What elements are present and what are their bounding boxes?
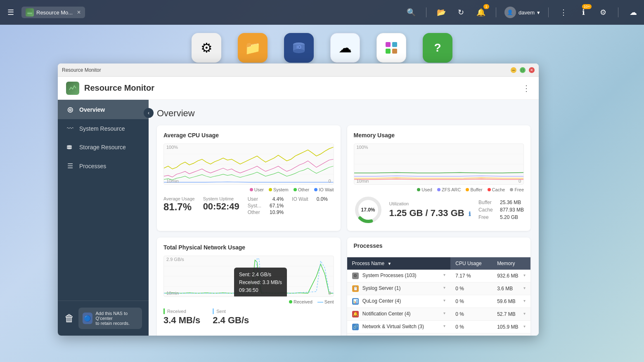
mem-expand-icon[interactable]: ▾	[523, 324, 526, 329]
bell-icon[interactable]: 🔔 1	[474, 6, 488, 19]
network-stats: Received 3.4 MB/s Sent 2.4 GB/s	[163, 308, 334, 326]
sidebar-notification: 🔵 Add this NAS to Q'center to retain rec…	[78, 308, 142, 329]
desktop-icon-database[interactable]: IO	[284, 33, 314, 63]
received-indicator: Received	[163, 308, 200, 314]
process-name-cell: 📊 QuLog Center (4) ▾	[347, 295, 451, 308]
svg-point-13	[67, 148, 72, 149]
col-process-name[interactable]: Process Name ▼	[347, 257, 451, 270]
table-row[interactable]: 🔔 Notification Center (4) ▾ 0 % 52.7 MB▾	[347, 308, 531, 321]
cpu-usage-cell: 7.17 %	[450, 270, 492, 282]
desktop-icon-folder[interactable]: 📁	[238, 33, 268, 63]
table-row[interactable]: 📋 Syslog Server (1) ▾ 0 % 3.6 MB▾	[347, 282, 531, 295]
process-icon: ⚙	[352, 273, 359, 279]
cpu-legend-iowait: IO Wait	[314, 187, 334, 192]
cpu-legend: User System Other IO Wait	[163, 187, 334, 192]
more-icon[interactable]: ⋮	[557, 6, 570, 19]
free-value: 5.20 GB	[500, 214, 518, 220]
expand-icon[interactable]: ▾	[443, 298, 445, 303]
donut-percent: 17.0%	[361, 207, 375, 213]
desktop-icon-cloud[interactable]: ☁	[330, 33, 360, 63]
sidebar-item-processes[interactable]: ☰ Processes	[58, 156, 149, 176]
avg-usage-block: Average Usage 81.7%	[163, 196, 195, 213]
window-minimize-button[interactable]: ─	[511, 67, 516, 73]
app-menu-button[interactable]: ⋮	[522, 83, 530, 93]
expand-icon[interactable]: ▾	[443, 273, 445, 277]
sidebar-toggle-button[interactable]: ‹	[144, 108, 154, 118]
trash-icon[interactable]: 🗑	[64, 313, 74, 324]
search-icon[interactable]: 🔍	[405, 6, 418, 19]
cloud-icon[interactable]: ☁	[627, 6, 640, 19]
app-title: Resource Monitor	[84, 83, 517, 93]
expand-icon[interactable]: ▾	[443, 324, 445, 328]
table-row[interactable]: 🖥 Microsoft Networking (SMB) ... ▾ 0.26 …	[347, 334, 531, 336]
mem-legend-buffer: Buffer	[466, 187, 482, 192]
cpu-card-title: Average CPU Usage	[163, 132, 334, 139]
sidebar-item-overview[interactable]: ◎ Overview	[58, 100, 149, 119]
svg-rect-10	[392, 49, 397, 54]
mem-expand-icon[interactable]: ▾	[523, 299, 526, 303]
folder-icon[interactable]: 📂	[435, 6, 448, 19]
col-memory[interactable]: Memory	[492, 257, 530, 270]
network-chart: 2.9 GB/s Sent: 2.4 GB/s	[163, 256, 334, 297]
mem-expand-icon[interactable]: ▾	[523, 286, 526, 290]
table-row[interactable]: 📊 QuLog Center (4) ▾ 0 % 59.6 MB▾	[347, 295, 531, 308]
settings-icon[interactable]: ⚙	[597, 6, 610, 19]
uptime-block: System Uptime 00:52:49	[203, 196, 239, 212]
network-legend: Received Sent	[163, 299, 334, 304]
overview-icon: ◎	[66, 106, 74, 113]
cpu-legend-other: Other	[294, 187, 310, 192]
cache-stat: Cache 877.93 MB	[478, 207, 524, 213]
network-card-title: Total Physical Network Usage	[163, 244, 334, 251]
sent-value: 2.4 GB/s	[213, 315, 249, 326]
info-icon[interactable]: ℹ 10+	[577, 6, 590, 19]
svg-rect-1	[27, 11, 32, 12]
divider4	[618, 7, 618, 17]
user-dropdown-icon: ▾	[537, 9, 540, 16]
table-row[interactable]: 🔗 Network & Virtual Switch (3) ▾ 0 % 105…	[347, 321, 531, 334]
taskbar-menu-button[interactable]: ☰	[4, 5, 17, 20]
cpu-usage-cell: 0.26 %	[450, 334, 492, 336]
svg-rect-0	[27, 12, 32, 13]
col-cpu-usage[interactable]: CPU Usage	[450, 257, 492, 270]
window-close-button[interactable]: ✕	[529, 67, 535, 73]
tab-close-button[interactable]: ✕	[77, 9, 81, 15]
uptime-label: System Uptime	[203, 196, 239, 201]
desktop-icon-help[interactable]: ?	[423, 33, 452, 63]
mem-expand-icon[interactable]: ▾	[523, 273, 526, 277]
window-title: Resource Monitor	[62, 67, 507, 73]
net-legend-received: Received	[289, 299, 313, 304]
svg-point-5	[293, 49, 305, 53]
window-maximize-button[interactable]: □	[520, 67, 526, 73]
memory-stats: 17.0% Utilization 1.25 GB / 7.33 GB ℹ Bu…	[354, 195, 524, 224]
notification-text: Add this NAS to Q'center to retain recor…	[96, 311, 138, 326]
net-legend-sent: Sent	[317, 299, 334, 304]
table-row[interactable]: ⚙ System Processes (103) ▾ 7.17 % 932.6 …	[347, 270, 531, 282]
memory-cell: 3.6 MB▾	[492, 282, 530, 295]
desktop-icon-settings[interactable]: ⚙	[192, 33, 221, 63]
user-menu[interactable]: 👤 davem ▾	[504, 7, 540, 18]
other-label: Other	[248, 209, 260, 215]
resource-monitor-window: Resource Monitor ─ □ ✕ Resource Monitor …	[58, 63, 539, 336]
taskbar-tab-resource-monitor[interactable]: Resource Mo... ✕	[21, 7, 85, 18]
sidebar-item-storage-resource[interactable]: Storage Resource	[58, 138, 149, 156]
expand-icon[interactable]: ▾	[443, 311, 445, 315]
sidebar-bottom: 🗑 🔵 Add this NAS to Q'center to retain r…	[58, 301, 149, 336]
sidebar-item-system-resource[interactable]: 〰 System Resource	[58, 119, 149, 138]
mem-legend-free: Free	[510, 187, 524, 192]
mem-expand-icon[interactable]: ▾	[523, 311, 526, 316]
received-label: Received	[167, 309, 186, 314]
mem-legend-used: Used	[417, 187, 432, 192]
memory-cell: 116.2 MB▾	[492, 334, 530, 336]
system-resource-icon: 〰	[66, 125, 74, 132]
cpu-detail-stats: User 4.4% Syst... 67.1% Other 10.9%	[248, 196, 284, 215]
cpu-stats-row: Average Usage 81.7% System Uptime 00:52:…	[163, 196, 334, 215]
main-content: Overview Average CPU Usage 100%	[149, 100, 539, 336]
expand-icon[interactable]: ▾	[443, 285, 445, 290]
divider3	[548, 7, 549, 17]
process-icon: 📊	[352, 298, 359, 305]
cache-label: Cache	[478, 207, 497, 213]
network-card: Total Physical Network Usage 2.9 GB/s	[157, 237, 341, 336]
processes-card-title: Processes	[354, 242, 524, 249]
refresh-icon[interactable]: ↻	[455, 6, 468, 19]
desktop-icon-grid[interactable]	[376, 33, 406, 63]
